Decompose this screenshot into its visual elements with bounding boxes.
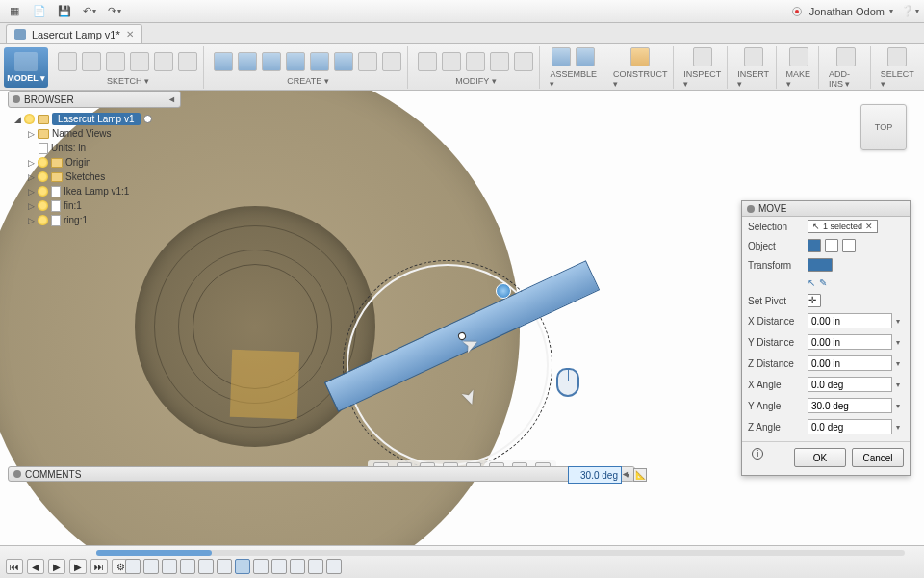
rib-icon[interactable]: [310, 52, 329, 71]
timeline-next-icon[interactable]: ▶: [69, 559, 87, 574]
expander-icon[interactable]: ▷: [27, 158, 35, 168]
tree-item[interactable]: ▷Origin: [10, 155, 181, 170]
visibility-bulb-icon[interactable]: [24, 114, 35, 124]
chevron-down-icon[interactable]: ▾: [896, 402, 900, 410]
workspace-switcher[interactable]: MODEL ▾: [4, 47, 48, 88]
ribbon-label[interactable]: INSERT ▾: [737, 69, 769, 89]
timeline-feature[interactable]: [198, 559, 214, 574]
chevron-down-icon[interactable]: ▾: [896, 423, 900, 432]
sketch-create-icon[interactable]: [58, 52, 77, 71]
rotation-grip-icon[interactable]: [496, 283, 511, 299]
panel-grip-icon[interactable]: [13, 95, 20, 103]
timeline-feature[interactable]: [180, 559, 195, 574]
select-icon[interactable]: [887, 47, 907, 66]
record-icon[interactable]: [792, 7, 802, 16]
timeline-feature[interactable]: [290, 559, 305, 574]
user-menu[interactable]: Jonathan Odom ▾: [809, 6, 893, 17]
expander-icon[interactable]: ◢: [13, 115, 21, 124]
timeline-prev-icon[interactable]: ◀: [27, 559, 44, 574]
timeline-feature[interactable]: [271, 559, 287, 574]
inline-angle-input[interactable]: ▾ 📐: [568, 466, 647, 484]
sketch-circle-icon[interactable]: [130, 52, 149, 71]
selection-button[interactable]: ↖ 1 selected ✕: [808, 220, 878, 233]
object-face-icon[interactable]: [842, 239, 856, 252]
document-tab-active[interactable]: Lasercut Lamp v1* ✕: [6, 24, 142, 43]
timeline-end-icon[interactable]: ⏭: [90, 559, 108, 574]
tree-item[interactable]: Units: in: [10, 141, 181, 155]
object-component-icon[interactable]: [825, 239, 838, 252]
asbuilt-joint-icon[interactable]: [576, 47, 595, 66]
chevron-down-icon[interactable]: ▾: [896, 317, 900, 326]
timeline-feature[interactable]: [125, 559, 141, 574]
chevron-down-icon[interactable]: ▾: [626, 471, 629, 480]
transform-free-icon[interactable]: [808, 258, 833, 272]
tree-item[interactable]: ▷fin:1: [10, 198, 181, 213]
undo-icon[interactable]: ↶▾: [81, 3, 98, 20]
timeline-feature[interactable]: [308, 559, 323, 574]
panel-grip-icon[interactable]: [13, 470, 21, 478]
timeline-track[interactable]: [96, 550, 905, 556]
tree-item[interactable]: ▷Sketches: [10, 170, 181, 184]
visibility-bulb-icon[interactable]: [38, 215, 48, 225]
timeline-start-icon[interactable]: ⏮: [6, 559, 23, 574]
thread-icon[interactable]: [358, 52, 377, 71]
x-angle-input[interactable]: [808, 377, 892, 392]
sketch-rect-icon[interactable]: [106, 52, 125, 71]
ribbon-label[interactable]: CONSTRUCT ▾: [613, 69, 667, 89]
shell-icon[interactable]: [490, 52, 509, 71]
redo-icon[interactable]: ↷▾: [106, 3, 123, 20]
expander-icon[interactable]: ▷: [27, 216, 35, 225]
view-cube[interactable]: TOP: [860, 104, 907, 150]
revolve-icon[interactable]: [238, 52, 257, 71]
z-distance-input[interactable]: [808, 355, 892, 371]
timeline-feature[interactable]: [235, 559, 250, 574]
ok-button[interactable]: OK: [794, 448, 846, 467]
x-distance-input[interactable]: [808, 313, 892, 328]
expander-icon[interactable]: ▷: [27, 187, 35, 197]
sketch-line-icon[interactable]: [82, 52, 101, 71]
close-icon[interactable]: ✕: [126, 29, 134, 39]
ribbon-label[interactable]: MODIFY ▾: [455, 76, 496, 86]
visibility-bulb-icon[interactable]: [38, 157, 48, 168]
cancel-button[interactable]: Cancel: [852, 448, 904, 467]
save-icon[interactable]: 💾: [56, 3, 73, 20]
3dprint-icon[interactable]: [789, 47, 808, 66]
insert-icon[interactable]: [744, 47, 763, 66]
joint-icon[interactable]: [552, 47, 571, 66]
clear-selection-icon[interactable]: ✕: [865, 222, 873, 231]
chevron-down-icon[interactable]: ▾: [896, 381, 900, 389]
addins-icon[interactable]: [836, 47, 856, 66]
tree-item[interactable]: ▷Named Views: [10, 126, 181, 141]
sweep-icon[interactable]: [262, 52, 281, 71]
hole-icon[interactable]: [334, 52, 353, 71]
edit-pencil-icon[interactable]: ✎: [819, 277, 827, 288]
arrow-cursor-icon[interactable]: ↖: [808, 277, 815, 288]
set-pivot-icon[interactable]: ✛: [808, 294, 821, 307]
tree-item[interactable]: ▷Ikea Lamp v1:1: [10, 184, 181, 198]
chamfer-icon[interactable]: [466, 52, 485, 71]
activate-radio-icon[interactable]: [143, 115, 152, 123]
ribbon-label[interactable]: SKETCH ▾: [107, 76, 149, 86]
panel-grip-icon[interactable]: [747, 205, 755, 213]
visibility-bulb-icon[interactable]: [38, 200, 48, 211]
loft-icon[interactable]: [286, 52, 305, 71]
ribbon-label[interactable]: ASSEMBLE ▾: [550, 69, 597, 89]
box-icon[interactable]: [382, 52, 401, 71]
timeline-feature[interactable]: [162, 559, 177, 574]
timeline-feature[interactable]: [217, 559, 232, 574]
expander-icon[interactable]: ▷: [27, 129, 35, 139]
tree-item[interactable]: ▷ring:1: [10, 213, 181, 227]
ribbon-label[interactable]: SELECT ▾: [881, 69, 914, 89]
chevron-down-icon[interactable]: ▾: [896, 338, 900, 347]
help-icon[interactable]: ❔▾: [901, 3, 918, 20]
y-distance-input[interactable]: [808, 334, 892, 350]
visibility-bulb-icon[interactable]: [38, 171, 48, 182]
ribbon-label[interactable]: INSPECT ▾: [683, 69, 721, 89]
object-body-icon[interactable]: [808, 239, 821, 252]
ribbon-label[interactable]: MAKE ▾: [786, 69, 812, 89]
move-dialog-header[interactable]: MOVE: [742, 201, 910, 217]
new-file-icon[interactable]: 📄: [31, 3, 48, 20]
info-icon[interactable]: i: [752, 448, 763, 460]
visibility-bulb-icon[interactable]: [38, 186, 48, 197]
tree-root[interactable]: ◢ Lasercut Lamp v1: [10, 112, 181, 126]
